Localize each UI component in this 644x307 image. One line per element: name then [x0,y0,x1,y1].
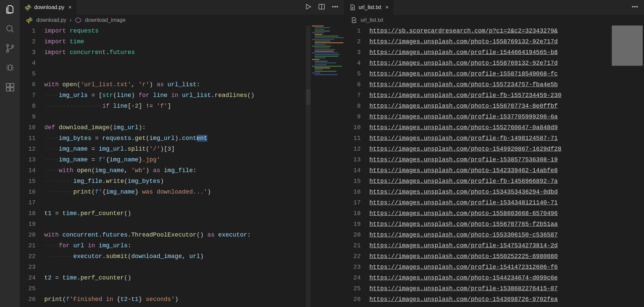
tab-row-right: url_list.txt × [344,0,644,15]
svg-point-27 [635,6,636,7]
tab-filename: url_list.txt [359,4,381,10]
svg-rect-11 [6,84,9,87]
svg-line-1 [11,30,13,32]
svg-point-15 [28,5,28,6]
breadcrumb-left[interactable]: download.py › download_image [20,15,344,25]
code-area-left[interactable]: 1234567891011121314151617181920212223242… [20,25,344,307]
split-editor-button[interactable] [318,3,325,12]
svg-rect-12 [6,88,9,91]
svg-point-20 [332,6,333,7]
activity-explorer[interactable] [4,3,16,15]
svg-point-28 [637,6,638,7]
editor-group-left: download.py × download.py › download_ima… [20,0,344,307]
breadcrumb-symbol: download_image [85,17,125,23]
text-file-icon [351,17,357,23]
tab-close-button[interactable]: × [68,4,72,11]
svg-line-10 [12,69,13,70]
svg-point-16 [29,9,29,10]
svg-point-3 [6,50,8,52]
editor-groups: download.py × download.py › download_ima… [20,0,644,307]
files-icon [5,4,15,14]
more-actions-button[interactable] [631,3,639,12]
extensions-icon [5,82,15,92]
svg-line-8 [12,65,13,66]
line-number-gutter: 1234567891011121314151617181920212223242… [344,25,369,307]
scrollbar-marker [306,89,311,105]
code-lines[interactable]: import requestsimport timeimport concurr… [44,25,344,307]
svg-rect-13 [10,88,14,91]
tab-row-left: download.py × [20,0,344,15]
activity-scm[interactable] [4,42,16,54]
search-icon [5,24,15,34]
svg-point-4 [11,45,13,47]
svg-point-0 [7,25,12,31]
url-lines[interactable]: https://sb.scorecardresearch.com/p?c1=2&… [369,25,644,307]
tab-actions-left [305,0,344,15]
code-area-right[interactable]: 1234567891011121314151617181920212223242… [344,25,644,307]
breadcrumb-right[interactable]: url_list.txt [344,15,644,25]
editor-group-right: url_list.txt × url_list.txt 123456789101… [344,0,644,307]
activity-bar [0,0,20,307]
svg-rect-14 [10,84,14,87]
text-file-icon [349,4,356,11]
breadcrumb-file: url_list.txt [361,17,383,23]
svg-marker-17 [307,4,311,9]
activity-extensions[interactable] [4,81,16,93]
svg-line-9 [7,69,8,70]
activity-search[interactable] [4,23,16,35]
svg-line-7 [7,65,8,66]
line-number-gutter: 1234567891011121314151617181920212223242… [20,25,44,307]
branch-icon [5,43,15,53]
scrollbar-track[interactable] [306,25,311,307]
bug-icon [5,63,15,73]
python-file-icon [26,17,33,23]
chevron-right-icon: › [70,17,71,23]
run-button[interactable] [305,3,312,12]
tab-actions-right [631,0,644,15]
svg-point-21 [335,6,336,7]
breadcrumb-file: download.py [36,17,66,23]
svg-point-2 [6,44,8,46]
tab-url-list[interactable]: url_list.txt × [344,0,394,15]
tab-download-py[interactable]: download.py × [20,0,77,15]
svg-point-22 [337,6,338,7]
tab-close-button[interactable]: × [385,4,389,11]
activity-debug[interactable] [4,62,16,74]
symbol-method-icon [75,17,82,23]
python-file-icon [25,4,32,11]
more-actions-button[interactable] [331,3,339,12]
tab-filename: download.py [34,4,64,10]
svg-point-26 [632,6,633,7]
